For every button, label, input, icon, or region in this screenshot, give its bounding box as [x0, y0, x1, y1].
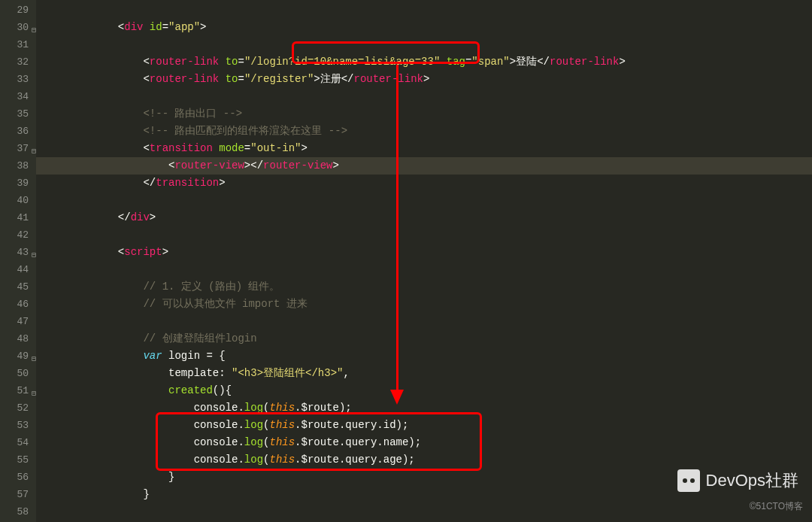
code-line[interactable]: </div> [36, 209, 812, 226]
code-line[interactable] [36, 313, 812, 330]
fold-icon[interactable]: ⊟ [29, 247, 36, 254]
line-number: 57 [5, 486, 29, 503]
line-number: 58 [5, 503, 29, 520]
line-number: 37⊟ [5, 140, 29, 157]
line-number: 49⊟ [5, 347, 29, 365]
code-line[interactable]: var login = { [36, 347, 812, 365]
code-line[interactable]: // 可以从其他文件 import 进来 [36, 296, 812, 313]
line-number: 31 [5, 36, 29, 53]
line-number: 34 [5, 88, 29, 105]
line-number: 44 [5, 261, 29, 278]
code-line[interactable]: console.log(this.$route); [36, 399, 812, 417]
line-number: 47 [5, 313, 29, 330]
line-number: 48 [5, 330, 29, 347]
line-number: 55 [5, 451, 29, 469]
code-line[interactable]: console.log(this.$route.query.id); [36, 417, 812, 434]
fold-icon[interactable]: ⊟ [29, 22, 36, 29]
code-line[interactable] [36, 36, 812, 53]
watermark: DevOps社群 [677, 469, 798, 492]
code-editor: 2930⊟31323334353637⊟383940414243⊟4445464… [0, 0, 812, 522]
fold-icon[interactable]: ⊟ [29, 385, 36, 393]
line-number: 32 [5, 53, 29, 71]
code-line[interactable]: console.log(this.$route.query.name); [36, 434, 812, 451]
code-line[interactable] [36, 261, 812, 278]
line-number: 42 [5, 226, 29, 244]
code-line[interactable]: <router-link to="/register">注册</router-l… [36, 71, 812, 88]
code-line[interactable] [36, 192, 812, 209]
code-line[interactable]: // 创建登陆组件login [36, 330, 812, 347]
line-number: 40 [5, 192, 29, 209]
line-number: 46 [5, 296, 29, 313]
fold-icon[interactable]: ⊟ [29, 143, 36, 150]
line-number: 45 [5, 278, 29, 296]
code-line[interactable] [36, 226, 812, 244]
code-line[interactable]: </transition> [36, 175, 812, 192]
code-line[interactable]: <div id="app"> [36, 19, 812, 36]
line-number: 30⊟ [5, 19, 29, 36]
line-number: 51⊟ [5, 382, 29, 399]
code-line[interactable] [36, 2, 812, 19]
code-line[interactable]: <router-link to="/login?id=10&name=lisi&… [36, 53, 812, 71]
code-line[interactable]: // 1. 定义 (路由) 组件。 [36, 278, 812, 296]
line-number: 38 [5, 157, 29, 175]
line-number: 39 [5, 175, 29, 192]
code-line[interactable]: console.log(this.$route.query.age); [36, 451, 812, 469]
wechat-icon [677, 469, 700, 492]
watermark-text: DevOps社群 [706, 469, 798, 492]
code-line[interactable]: created(){ [36, 382, 812, 399]
line-number: 52 [5, 399, 29, 417]
line-number: 36 [5, 123, 29, 140]
code-line[interactable] [36, 88, 812, 105]
fold-icon[interactable]: ⊟ [29, 351, 36, 358]
line-number: 50 [5, 365, 29, 382]
code-line[interactable]: <transition mode="out-in"> [36, 140, 812, 157]
code-line[interactable]: <router-view></router-view> [36, 157, 812, 175]
line-number: 54 [5, 434, 29, 451]
line-number-gutter: 2930⊟31323334353637⊟383940414243⊟4445464… [0, 0, 36, 522]
line-number: 43⊟ [5, 244, 29, 261]
line-number: 53 [5, 417, 29, 434]
code-line[interactable]: template: "<h3>登陆组件</h3>", [36, 365, 812, 382]
line-number: 41 [5, 209, 29, 226]
code-line[interactable] [36, 503, 812, 520]
code-line[interactable]: <script> [36, 244, 812, 261]
line-number: 56 [5, 469, 29, 486]
code-line[interactable]: <!-- 路由匹配到的组件将渲染在这里 --> [36, 123, 812, 140]
code-line[interactable]: <!-- 路由出口 --> [36, 105, 812, 123]
line-number: 33 [5, 71, 29, 88]
line-number: 35 [5, 105, 29, 123]
line-number: 29 [5, 2, 29, 19]
copyright-text: ©51CTO博客 [750, 500, 803, 513]
code-area[interactable]: <div id="app"> <router-link to="/login?i… [36, 0, 812, 522]
